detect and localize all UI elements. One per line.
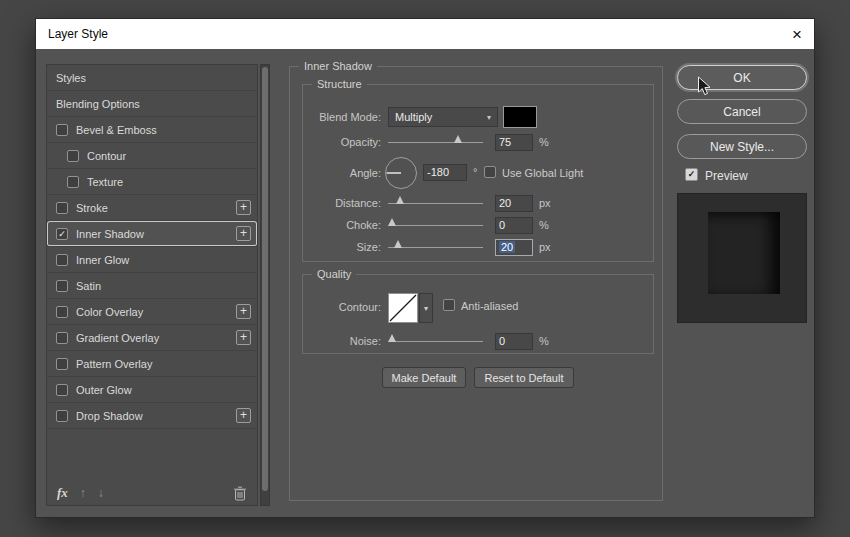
- sidebar-item-satin[interactable]: Satin: [47, 273, 257, 299]
- mouse-cursor: [697, 76, 712, 101]
- noise-label: Noise:: [350, 335, 381, 347]
- size-value: 20: [499, 241, 515, 253]
- use-global-light-checkbox[interactable]: [484, 166, 496, 178]
- sidebar-item-label: Outer Glow: [76, 384, 251, 396]
- slider-track: [388, 142, 483, 143]
- effect-checkbox[interactable]: [56, 384, 68, 396]
- close-icon[interactable]: ×: [792, 26, 802, 43]
- structure-legend: Structure: [312, 78, 367, 90]
- noise-slider[interactable]: [388, 331, 483, 343]
- angle-unit: °: [473, 166, 477, 178]
- blend-mode-value: Multiply: [395, 111, 432, 123]
- sidebar-item-pattern-overlay[interactable]: Pattern Overlay: [47, 351, 257, 377]
- effect-checkbox[interactable]: [56, 254, 68, 266]
- reset-to-default-button[interactable]: Reset to Default: [474, 367, 574, 388]
- opacity-slider[interactable]: [388, 132, 483, 144]
- slider-thumb[interactable]: [388, 334, 396, 342]
- effect-checkbox[interactable]: [67, 150, 79, 162]
- effect-checkbox[interactable]: [56, 358, 68, 370]
- effect-checkbox[interactable]: [56, 202, 68, 214]
- sidebar-item-gradient-overlay[interactable]: Gradient Overlay+: [47, 325, 257, 351]
- add-effect-icon[interactable]: +: [236, 330, 251, 345]
- size-label: Size:: [357, 241, 381, 253]
- add-effect-icon[interactable]: +: [236, 304, 251, 319]
- panel-title: Inner Shadow: [299, 60, 377, 72]
- sidebar-item-stroke[interactable]: Stroke+: [47, 195, 257, 221]
- dialog-titlebar[interactable]: Layer Style ×: [36, 19, 814, 49]
- sidebar-item-drop-shadow[interactable]: Drop Shadow+: [47, 403, 257, 429]
- contour-dropdown-arrow[interactable]: ▾: [419, 293, 433, 323]
- move-up-icon[interactable]: ↑: [80, 487, 86, 499]
- anti-aliased-checkbox[interactable]: [443, 299, 455, 311]
- choke-label: Choke:: [346, 219, 381, 231]
- move-down-icon[interactable]: ↓: [98, 487, 104, 499]
- sidebar-item-blending-options[interactable]: Blending Options: [47, 91, 257, 117]
- size-slider[interactable]: [388, 237, 483, 249]
- choke-input[interactable]: 0: [495, 217, 533, 234]
- blend-mode-label: Blend Mode:: [319, 111, 381, 123]
- sidebar-item-styles[interactable]: Styles: [47, 65, 257, 91]
- new-style-button[interactable]: New Style...: [677, 134, 807, 159]
- slider-thumb[interactable]: [394, 240, 402, 248]
- quality-legend: Quality: [312, 268, 356, 280]
- sidebar-item-inner-glow[interactable]: Inner Glow: [47, 247, 257, 273]
- angle-dial[interactable]: [383, 155, 419, 195]
- slider-thumb[interactable]: [396, 196, 404, 204]
- quality-group: Quality Contour: ▾ Anti-aliased Noise:: [302, 274, 654, 354]
- chevron-down-icon: ▾: [487, 113, 491, 122]
- effect-checkbox[interactable]: ✓: [56, 228, 68, 240]
- sidebar-item-bevel-emboss[interactable]: Bevel & Emboss: [47, 117, 257, 143]
- sidebar-item-label: Inner Glow: [76, 254, 251, 266]
- sidebar-item-label: Color Overlay: [76, 306, 236, 318]
- preview-checkbox[interactable]: ✓: [685, 168, 698, 181]
- sidebar-item-contour[interactable]: Contour: [47, 143, 257, 169]
- angle-label: Angle:: [350, 167, 381, 179]
- sidebar-item-color-overlay[interactable]: Color Overlay+: [47, 299, 257, 325]
- effect-checkbox[interactable]: [56, 124, 68, 136]
- effect-checkbox[interactable]: [67, 176, 79, 188]
- scrollbar-thumb[interactable]: [262, 67, 268, 491]
- shadow-color-swatch[interactable]: [503, 106, 537, 128]
- distance-slider[interactable]: [388, 193, 483, 205]
- opacity-input[interactable]: 75: [495, 134, 533, 151]
- sidebar-scrollbar[interactable]: [260, 64, 270, 506]
- sidebar-item-label: Satin: [76, 280, 251, 292]
- slider-thumb[interactable]: [454, 135, 462, 143]
- effect-checkbox[interactable]: [56, 306, 68, 318]
- add-effect-icon[interactable]: +: [236, 200, 251, 215]
- sidebar-item-label: Bevel & Emboss: [76, 124, 251, 136]
- contour-thumbnail[interactable]: [388, 293, 418, 323]
- sidebar-item-label: Stroke: [76, 202, 236, 214]
- effect-checkbox[interactable]: [56, 410, 68, 422]
- preview-thumbnail: [677, 193, 807, 323]
- make-default-button[interactable]: Make Default: [382, 367, 466, 388]
- size-input[interactable]: 20: [495, 239, 533, 256]
- sidebar-item-label: Inner Shadow: [76, 228, 236, 240]
- sidebar-item-label: Blending Options: [56, 98, 251, 110]
- choke-slider[interactable]: [388, 215, 483, 227]
- sidebar-item-inner-shadow[interactable]: ✓Inner Shadow+: [47, 221, 257, 247]
- opacity-value: 75: [499, 136, 511, 148]
- dialog-title: Layer Style: [48, 27, 108, 41]
- styles-sidebar: StylesBlending OptionsBevel & EmbossCont…: [46, 64, 258, 506]
- anti-aliased-label: Anti-aliased: [461, 300, 518, 312]
- cancel-button[interactable]: Cancel: [677, 99, 807, 124]
- blend-mode-select[interactable]: Multiply ▾: [388, 107, 498, 127]
- fx-icon[interactable]: fx: [57, 485, 68, 501]
- effect-checkbox[interactable]: [56, 332, 68, 344]
- angle-input[interactable]: -180: [423, 164, 467, 181]
- sidebar-item-label: Drop Shadow: [76, 410, 236, 422]
- chevron-down-icon: ▾: [424, 304, 428, 313]
- sidebar-item-texture[interactable]: Texture: [47, 169, 257, 195]
- trash-icon[interactable]: [233, 486, 247, 501]
- noise-input[interactable]: 0: [495, 333, 533, 350]
- sidebar-item-label: Contour: [87, 150, 251, 162]
- slider-thumb[interactable]: [388, 218, 396, 226]
- effect-checkbox[interactable]: [56, 280, 68, 292]
- add-effect-icon[interactable]: +: [236, 408, 251, 423]
- sidebar-item-label: Texture: [87, 176, 251, 188]
- add-effect-icon[interactable]: +: [236, 226, 251, 241]
- distance-label: Distance:: [335, 197, 381, 209]
- distance-input[interactable]: 20: [495, 195, 533, 212]
- sidebar-item-outer-glow[interactable]: Outer Glow: [47, 377, 257, 403]
